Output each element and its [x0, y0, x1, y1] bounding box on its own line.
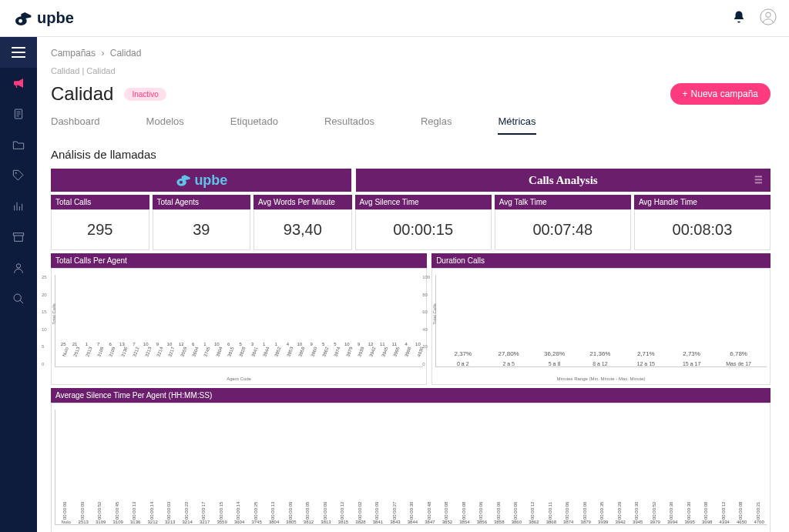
svg-point-3 [15, 172, 17, 174]
chart-silence-title: Average Silence Time Per Agent (HH:MM:SS… [51, 388, 771, 403]
bar-item: 00:00:303945 [630, 518, 645, 524]
nav-user-icon[interactable] [0, 253, 37, 283]
stats-row: Total Calls295Total Agents39Avg Words Pe… [51, 195, 771, 250]
bar-item: 00:00:303844 [405, 518, 420, 524]
svg-point-4 [16, 264, 20, 268]
stat-label: Avg Handle Time [634, 195, 771, 209]
breadcrumb-level2: Calidad [110, 48, 142, 59]
tab-etiquetado[interactable]: Etiquetado [230, 115, 278, 135]
stat-value: 00:00:15 [355, 209, 492, 250]
stat-value: 93,40 [253, 209, 352, 250]
sub-breadcrumb: Calidad | Calidad [51, 66, 771, 75]
bar-item: 6,78%Mas de 17 [726, 360, 751, 366]
stat-box: Avg Handle Time00:08:03 [634, 195, 771, 250]
nav-archive-icon[interactable] [0, 222, 37, 253]
whistle-icon [12, 12, 32, 25]
nav-chart-icon[interactable] [0, 191, 37, 222]
tab-modelos[interactable]: Modelos [146, 115, 184, 135]
bar-item: 00:00:093805 [284, 518, 298, 524]
stat-label: Avg Talk Time [495, 195, 631, 209]
menu-toggle-icon[interactable] [0, 37, 37, 68]
bar-item: 00:00:083852 [440, 518, 455, 524]
bar-item: 00:00:123815 [336, 518, 351, 524]
brand-logo[interactable]: upbe [12, 9, 74, 27]
bar-item: 00:00:093841 [371, 518, 385, 524]
stat-value: 00:08:03 [634, 209, 771, 250]
panel-menu-icon[interactable]: ☰ [754, 175, 763, 186]
bar-item: 00:00:133804 [267, 518, 281, 524]
bar-item: 00:00:092513 [76, 518, 90, 524]
stat-box: Avg Words Per Minute93,40 [253, 195, 352, 250]
bar-item: 00:00:09Nulo [59, 518, 73, 524]
bar-item: 00:00:353939 [596, 518, 610, 524]
bar-item: 00:00:173217 [197, 518, 212, 524]
bar-item: 00:00:133136 [128, 518, 143, 524]
bar-item: 00:00:053812 [301, 518, 316, 524]
nav-search-icon[interactable] [0, 283, 37, 314]
bar-item: 21,36%8 a 12 [589, 360, 611, 366]
chart-duration: 100806040200 Total Calls 2,37%0 a 227,80… [431, 268, 771, 385]
bar-item: 00:00:063874 [561, 518, 576, 524]
nav-document-icon[interactable] [0, 99, 37, 129]
bar-item: 2,73%15 a 17 [680, 360, 703, 366]
tab-métricas[interactable]: Métricas [498, 115, 536, 135]
bar-item: 00:00:363994 [665, 518, 680, 524]
top-header: upbe [0, 0, 789, 37]
notifications-icon[interactable] [732, 10, 746, 26]
bar-item: 00:00:523979 [647, 518, 662, 524]
bar-item: 2,71%12 a 15 [635, 360, 657, 366]
bar-item: 00:00:293942 [613, 518, 628, 524]
bar-item: 00:00:033213 [163, 518, 177, 524]
status-badge: Inactivo [124, 88, 166, 101]
tab-reglas[interactable]: Reglas [421, 115, 452, 135]
tab-resultados[interactable]: Resultados [324, 115, 374, 135]
bar-item: 00:00:253745 [249, 518, 264, 524]
bar-item: 00:00:093813 [318, 518, 333, 524]
chart-calls-per-agent: 2520151050 Total Calls 25Nulo21251312513… [51, 268, 427, 385]
stat-box: Avg Talk Time00:07:48 [495, 195, 631, 250]
stat-value: 295 [51, 209, 149, 250]
bar-item: 00:00:273843 [388, 518, 402, 524]
nav-folder-icon[interactable] [0, 129, 37, 160]
chevron-right-icon: › [101, 48, 104, 59]
stat-label: Avg Silence Time [355, 195, 492, 209]
bar-item: 00:00:153559 [214, 518, 229, 524]
bar-item: 00:00:063858 [492, 518, 506, 524]
page-title: Calidad [51, 83, 113, 105]
breadcrumb: Campañas › Calidad [51, 48, 771, 59]
chart-calls-per-agent-title: Total Calls Per Agent [51, 253, 427, 268]
stat-label: Total Agents [153, 195, 251, 209]
chart-duration-title: Duration Calls [431, 253, 771, 268]
stat-box: Total Calls295 [51, 195, 149, 250]
bar-item: 00:00:483847 [422, 518, 437, 524]
bar-item: 00:00:063879 [579, 518, 593, 524]
svg-point-1 [766, 12, 771, 17]
bar-item: 00:00:303995 [682, 518, 697, 524]
breadcrumb-level1[interactable]: Campañas [51, 48, 96, 59]
new-campaign-button[interactable]: + Nueva campaña [670, 83, 771, 105]
bar-item: 2,37%0 a 2 [452, 360, 474, 366]
bar-item: 00:00:453109 [110, 518, 125, 524]
stat-label: Total Calls [51, 195, 149, 209]
user-avatar-icon[interactable] [760, 8, 777, 28]
main-content: Campañas › Calidad Calidad | Calidad Cal… [37, 37, 789, 532]
bar-item: 00:00:124334 [717, 518, 731, 524]
dashboard-header-right: Calls Analysis ☰ [356, 169, 771, 192]
dashboard-header-left: upbe [51, 169, 351, 192]
chart-silence: 00:00:09Nulo00:00:09251300:00:52310900:0… [51, 403, 771, 532]
whistle-icon [174, 174, 191, 186]
bar-item: 00:00:523109 [93, 518, 108, 524]
sidebar [0, 37, 37, 532]
tab-dashboard[interactable]: Dashboard [51, 115, 100, 135]
stat-label: Avg Words Per Minute [253, 195, 352, 209]
brand-text: upbe [37, 9, 74, 27]
svg-point-5 [14, 294, 21, 301]
bar-item: 00:00:063856 [475, 518, 489, 524]
bar-item: 00:00:084650 [734, 518, 749, 524]
nav-tag-icon[interactable] [0, 160, 37, 191]
bar-item: 36,28%5 a 8 [543, 360, 566, 366]
stat-box: Avg Silence Time00:00:15 [355, 195, 492, 250]
section-title: Análisis de llamadas [51, 148, 771, 161]
bar-item: 00:00:023828 [353, 518, 368, 524]
campaigns-icon[interactable] [0, 68, 37, 99]
